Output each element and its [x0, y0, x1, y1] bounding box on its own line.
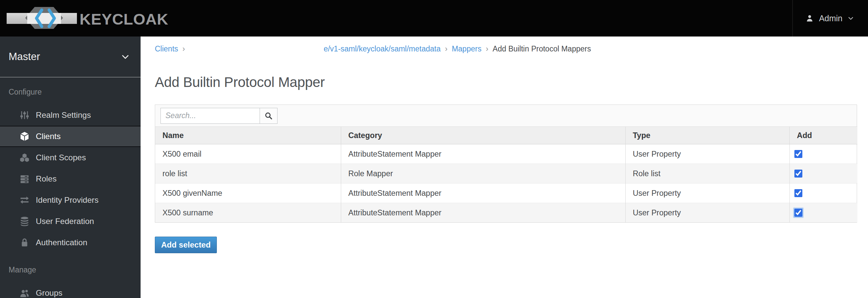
mapper-table-panel: Name Category Type Add X500 email Attrib… — [155, 105, 857, 223]
table-row: X500 email AttributeStatement Mapper Use… — [155, 144, 858, 164]
user-menu-label: Admin — [819, 13, 842, 23]
realm-selector-label: Master — [9, 51, 121, 63]
keycloak-admin-console: KEYCLOAK Admin Master Configure — [0, 0, 868, 298]
sidebar-item-label: Groups — [36, 288, 62, 298]
add-checkbox[interactable] — [795, 170, 802, 178]
tasks-icon — [19, 174, 31, 184]
sidebar-item-authentication[interactable]: Authentication — [0, 232, 141, 253]
logo-brackets-icon — [34, 8, 57, 29]
sidebar-item-client-scopes[interactable]: Client Scopes — [0, 147, 141, 168]
top-bar: KEYCLOAK Admin — [0, 0, 868, 36]
cell-type: User Property — [625, 203, 789, 223]
cell-type: User Property — [625, 144, 789, 164]
sidebar-item-roles[interactable]: Roles — [0, 168, 141, 189]
column-header-add: Add — [789, 127, 858, 144]
table-search-row — [155, 105, 857, 126]
cell-type: User Property — [625, 183, 789, 203]
main-content: Clients › e/v1-saml/keycloak/saml/metada… — [141, 36, 868, 298]
breadcrumb-separator: › — [486, 44, 488, 53]
database-icon — [19, 216, 31, 227]
sidebar-item-label: User Federation — [36, 217, 94, 226]
column-header-type: Type — [625, 127, 789, 144]
sidebar-item-label: Roles — [36, 174, 57, 183]
breadcrumb-clients-link[interactable]: Clients — [155, 44, 178, 53]
search-input[interactable] — [160, 108, 260, 124]
cell-name: X500 email — [155, 144, 341, 164]
sidebar-section-manage: Manage — [9, 265, 141, 274]
cell-name: X500 surname — [155, 203, 341, 223]
user-menu[interactable]: Admin — [793, 0, 868, 36]
sidebar-item-label: Realm Settings — [36, 111, 91, 120]
sidebar-item-user-federation[interactable]: User Federation — [0, 211, 141, 232]
cell-name: X500 givenName — [155, 183, 341, 203]
breadcrumb-separator: › — [445, 44, 447, 53]
breadcrumb-separator: › — [182, 44, 185, 53]
breadcrumb-client-link[interactable]: e/v1-saml/keycloak/saml/metadata — [323, 44, 441, 53]
table-header-row: Name Category Type Add — [155, 127, 858, 144]
add-checkbox[interactable] — [795, 150, 802, 158]
sidebar-item-label: Client Scopes — [36, 153, 86, 162]
sidebar-item-realm-settings[interactable]: Realm Settings — [0, 105, 141, 126]
exchange-arrows-icon — [19, 195, 31, 205]
breadcrumb-mappers-link[interactable]: Mappers — [452, 44, 482, 53]
search-icon — [264, 112, 273, 120]
add-selected-button[interactable]: Add selected — [155, 237, 217, 253]
page-title: Add Builtin Protocol Mapper — [155, 74, 868, 90]
sidebar-item-clients[interactable]: Clients — [0, 126, 141, 147]
table-row: role list Role Mapper Role list — [155, 164, 858, 183]
sidebar-item-groups[interactable]: Groups — [0, 282, 141, 298]
search-button[interactable] — [259, 108, 278, 124]
sidebar-section-configure: Configure — [9, 87, 141, 96]
breadcrumb: Clients › e/v1-saml/keycloak/saml/metada… — [141, 36, 868, 53]
chevron-down-icon — [121, 52, 130, 61]
lock-icon — [19, 238, 31, 247]
cell-category: AttributeStatement Mapper — [341, 183, 625, 203]
add-checkbox[interactable] — [795, 189, 802, 197]
builtin-mappers-table: Name Category Type Add X500 email Attrib… — [155, 126, 858, 222]
cell-type: Role list — [625, 164, 789, 183]
table-row: X500 surname AttributeStatement Mapper U… — [155, 203, 858, 223]
sidebar: Master Configure Realm Settings — [0, 36, 141, 298]
table-row: X500 givenName AttributeStatement Mapper… — [155, 183, 858, 203]
cell-category: Role Mapper — [341, 164, 625, 183]
user-icon — [805, 14, 814, 23]
column-header-category: Category — [341, 127, 625, 144]
cell-category: AttributeStatement Mapper — [341, 203, 625, 223]
sidebar-item-label: Identity Providers — [36, 196, 98, 205]
breadcrumb-current-page: Add Builtin Protocol Mappers — [493, 44, 591, 53]
users-icon — [19, 288, 31, 298]
keycloak-logo[interactable]: KEYCLOAK — [6, 0, 212, 36]
sidebar-item-label: Authentication — [36, 238, 87, 247]
breadcrumb-client-id-clip: e/v1-saml/keycloak/saml/metadata — [189, 44, 441, 53]
column-header-name: Name — [155, 127, 341, 144]
cubes-icon — [19, 152, 31, 163]
brand-wordmark: KEYCLOAK — [80, 10, 168, 28]
realm-selector[interactable]: Master — [0, 36, 141, 77]
sliders-icon — [19, 110, 31, 120]
sidebar-item-identity-providers[interactable]: Identity Providers — [0, 189, 141, 211]
cube-icon — [19, 131, 31, 142]
cell-category: AttributeStatement Mapper — [341, 144, 625, 164]
add-checkbox[interactable] — [795, 209, 802, 217]
sidebar-item-label: Clients — [36, 132, 61, 141]
chevron-down-icon — [847, 15, 854, 22]
cell-name: role list — [155, 164, 341, 183]
